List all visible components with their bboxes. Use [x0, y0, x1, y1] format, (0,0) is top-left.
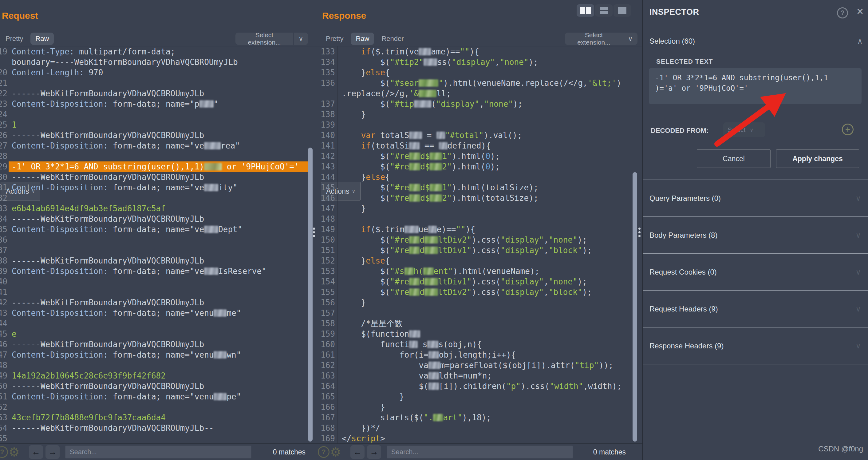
code-line: 26------WebKitFormBoundaryVDhaVQCBROUmyJ… [0, 130, 308, 141]
redacted-blur [425, 247, 438, 254]
redacted-blur [425, 236, 438, 244]
redacted-blur [439, 142, 447, 149]
section-body-parameters[interactable]: Body Parameters (8) ∨ [643, 217, 868, 254]
code-line: 33e6b41ab6914e4df9ab3ef5ad6187c5af [0, 203, 308, 214]
code-line: 5343cefb72f7b8488e9fbc9fa37caa6da4 [0, 412, 308, 423]
decoded-from-select[interactable]: Select∨ [723, 122, 765, 137]
prev-match-button[interactable]: ← [29, 445, 43, 459]
chevron-down-icon[interactable]: ∨ [293, 33, 308, 45]
code-line: 35Content-Disposition: form-data; name="… [0, 224, 308, 235]
request-search-input[interactable] [65, 446, 251, 458]
next-match-button[interactable]: → [367, 445, 381, 459]
redacted-blur [409, 341, 418, 348]
code-line: 146 $("#red$2").html(totalSize); [320, 193, 632, 203]
code-line: 39Content-Disposition: form-data; name="… [0, 266, 308, 276]
code-line: 46------WebKitFormBoundaryVDhaVQCBROUmyJ… [0, 339, 308, 349]
help-icon[interactable]: ? [837, 7, 848, 19]
layout-single-button[interactable] [614, 4, 631, 17]
section-query-parameters[interactable]: Query Parameters (0) ∨ [643, 180, 868, 217]
layout-rows-button[interactable] [595, 4, 613, 17]
gear-icon[interactable]: ⚙ [330, 446, 341, 458]
chevron-up-icon[interactable]: ∧ [857, 37, 863, 45]
tab-response-pretty[interactable]: Pretty [321, 33, 348, 45]
redacted-blur [418, 90, 436, 97]
response-scrollbar-thumb[interactable] [632, 172, 637, 441]
inspector-title: INSPECTOR [649, 7, 699, 17]
code-line: 45e [0, 329, 308, 339]
section-response-headers[interactable]: Response Headers (9) ∨ [643, 328, 868, 364]
code-line: 133 if($.trim(veame)==""){ [320, 47, 632, 57]
code-line: 21 [0, 78, 308, 88]
layout-columns-button[interactable] [577, 4, 594, 17]
request-select-extension-dropdown[interactable]: Select extension... ∨ [236, 33, 308, 45]
code-line: 134 $("#tip2"ss("display","none"); [320, 57, 632, 67]
code-line: boundary=----WebKitFormBoundaryVDhaVQCBR… [0, 57, 308, 67]
code-line: 28 [0, 151, 308, 161]
code-line: 55 [0, 433, 308, 443]
code-line: 20Content-Length: 970 [0, 67, 308, 78]
response-select-extension-dropdown[interactable]: Select extension... ∨ [565, 33, 638, 45]
watermark: CSDN @f0ng [781, 444, 863, 453]
tab-response-raw[interactable]: Raw [351, 33, 374, 45]
panel-splitter-handle[interactable] [313, 227, 315, 239]
chevron-down-icon[interactable]: ∨ [623, 33, 638, 45]
code-line: 23Content-Disposition: form-data; name="… [0, 99, 308, 109]
code-line: 151 $("#redltDiv1").css("display","block… [320, 245, 632, 255]
code-line: 31Content-Disposition: form-data; name="… [0, 182, 308, 193]
code-line: 168 })*/ [320, 423, 632, 433]
code-line: 137 $("#tip("display","none"); [320, 99, 632, 109]
request-editor[interactable]: 19Content-Type: multipart/form-data;boun… [0, 47, 308, 443]
selection-section-header[interactable]: Selection (60) [649, 37, 695, 45]
inspector-splitter-handle[interactable] [639, 227, 641, 239]
redacted-blur [430, 163, 442, 170]
selected-text-value[interactable]: -1' OR 3*2*1=6 AND substring(user(),1,1 … [649, 68, 862, 104]
prev-match-button[interactable]: ← [350, 445, 365, 459]
code-line: 143 $("#red$2").html(0); [320, 161, 632, 172]
section-request-cookies[interactable]: Request Cookies (0) ∨ [643, 254, 868, 290]
add-decoding-icon[interactable]: + [842, 124, 854, 135]
inspector-panel: INSPECTOR ? × Selection (60) ∧ SELECTED … [642, 0, 868, 460]
next-match-button[interactable]: → [45, 445, 60, 459]
apply-changes-button[interactable]: Apply changes [776, 149, 859, 168]
help-icon[interactable]: ? [318, 446, 330, 458]
code-line: .replace(/>/g,'&ll; [320, 88, 632, 99]
tab-request-raw[interactable]: Raw [30, 33, 54, 45]
code-line: 251 [0, 120, 308, 130]
redacted-blur [409, 278, 420, 285]
code-line: 47Content-Disposition: form-data; name="… [0, 349, 308, 360]
redacted-blur [425, 278, 438, 285]
section-request-headers[interactable]: Request Headers (9) ∨ [643, 290, 868, 328]
redacted-blur [409, 184, 420, 191]
code-line: 159 $(function [320, 329, 632, 339]
redacted-blur [409, 247, 420, 254]
redacted-blur [204, 268, 218, 275]
redacted-blur [204, 142, 221, 149]
close-icon[interactable]: × [857, 5, 863, 18]
request-search-bar: ? ⚙ ← → 0 matches [0, 443, 317, 460]
redacted-blur [409, 132, 422, 139]
gear-icon[interactable]: ⚙ [9, 446, 20, 458]
code-line: 148 [320, 214, 632, 224]
redacted-blur [409, 236, 420, 244]
request-tabbar: Pretty Raw \n Actions∨ [1, 33, 54, 45]
code-line: 27Content-Disposition: form-data; name="… [0, 141, 308, 151]
response-viewer[interactable]: 133 if($.trim(veame)==""){134 $("#tip2"s… [320, 47, 632, 443]
redacted-blur [409, 288, 420, 296]
redacted-blur [199, 100, 214, 108]
help-icon[interactable]: ? [0, 446, 8, 458]
response-search-input[interactable] [387, 446, 573, 458]
code-line: 4914a192a2b10645c28c6e93f9bf42f682 [0, 370, 308, 381]
code-line: 155 $("#redltDiv2").css("display","block… [320, 287, 632, 297]
tab-request-pretty[interactable]: Pretty [1, 33, 28, 45]
redacted-blur [409, 163, 420, 170]
code-line: 41 [0, 287, 308, 297]
cancel-button[interactable]: Cancel [697, 149, 771, 168]
redacted-blur [425, 288, 438, 296]
request-scrollbar-thumb[interactable] [308, 148, 313, 441]
burp-repeater-screen: Request Pretty Raw \n Actions∨ Select ex… [0, 0, 868, 460]
redacted-blur [428, 226, 437, 233]
redacted-blur [430, 184, 442, 191]
tab-response-render[interactable]: Render [376, 33, 408, 45]
redacted-blur [436, 132, 445, 139]
redacted-blur [404, 226, 418, 233]
